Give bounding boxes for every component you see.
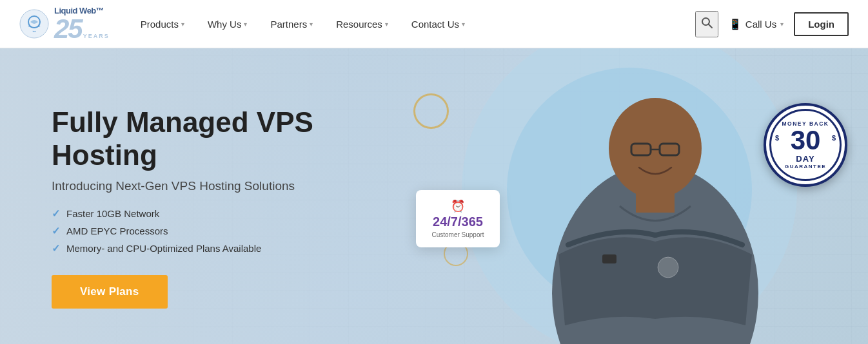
support-badge: ⏰ 24/7/365 Customer Support bbox=[416, 190, 500, 247]
support-label: Customer Support bbox=[428, 231, 488, 238]
support-247-text: 24/7/365 bbox=[428, 215, 488, 229]
chevron-down-icon: ▾ bbox=[385, 21, 388, 28]
hero-section: ⏰ 24/7/365 Customer Support MONEY BACK $… bbox=[0, 48, 868, 344]
badge-dollar-right: $ bbox=[832, 134, 836, 142]
search-button[interactable] bbox=[695, 11, 718, 37]
feature-text-2: AMD EPYC Processors bbox=[66, 225, 168, 236]
chevron-down-icon: ▾ bbox=[310, 21, 313, 28]
chevron-down-icon: ▾ bbox=[780, 21, 784, 28]
phone-icon: 📱 bbox=[729, 18, 742, 30]
hero-subtitle: Introducing Next-Gen VPS Hosting Solutio… bbox=[52, 179, 413, 193]
chevron-down-icon: ▾ bbox=[462, 21, 465, 28]
login-button[interactable]: Login bbox=[794, 12, 849, 36]
badge-30-text: 30 bbox=[791, 127, 821, 154]
feature-text-1: Faster 10GB Network bbox=[66, 208, 159, 219]
badge-day-text: DAY bbox=[796, 154, 814, 164]
svg-line-4 bbox=[708, 24, 712, 28]
svg-point-6 bbox=[609, 98, 702, 198]
view-plans-button[interactable]: View Plans bbox=[52, 275, 168, 309]
logo-years: years bbox=[83, 33, 110, 39]
svg-rect-12 bbox=[602, 254, 616, 263]
feature-item-1: ✓ Faster 10GB Network bbox=[52, 207, 413, 220]
hero-person-image bbox=[507, 55, 804, 344]
money-back-badge: MONEY BACK $ $ 30 DAY GUARANTEE bbox=[764, 103, 847, 187]
clock-icon: ⏰ bbox=[428, 199, 488, 213]
feature-item-3: ✓ Memory- and CPU-Optimized Plans Availa… bbox=[52, 242, 413, 254]
logo-icon: ™ bbox=[19, 9, 49, 39]
header-actions: 📱 Call Us ▾ Login bbox=[695, 11, 849, 37]
nav-contact-us[interactable]: Contact Us ▾ bbox=[400, 0, 477, 48]
feature-text-3: Memory- and CPU-Optimized Plans Availabl… bbox=[66, 243, 261, 254]
logo-25: 25 bbox=[54, 15, 82, 43]
svg-rect-7 bbox=[636, 187, 675, 213]
nav-why-us[interactable]: Why Us ▾ bbox=[196, 0, 259, 48]
main-nav: Products ▾ Why Us ▾ Partners ▾ Resources… bbox=[129, 0, 695, 48]
badge-dollar-left: $ bbox=[775, 134, 779, 142]
chevron-down-icon: ▾ bbox=[244, 21, 247, 28]
check-icon-3: ✓ bbox=[52, 242, 60, 254]
nav-partners[interactable]: Partners ▾ bbox=[259, 0, 324, 48]
site-header: ™ Liquid Web™ 25 years Products ▾ Why Us… bbox=[0, 0, 868, 48]
feature-item-2: ✓ AMD EPYC Processors bbox=[52, 225, 413, 237]
check-icon-1: ✓ bbox=[52, 207, 60, 220]
hero-title: Fully Managed VPS Hosting bbox=[52, 106, 413, 171]
call-us-button[interactable]: 📱 Call Us ▾ bbox=[729, 18, 784, 30]
svg-point-11 bbox=[658, 257, 678, 278]
check-icon-2: ✓ bbox=[52, 225, 60, 237]
search-icon bbox=[700, 16, 713, 29]
nav-resources[interactable]: Resources ▾ bbox=[324, 0, 400, 48]
nav-products[interactable]: Products ▾ bbox=[129, 0, 196, 48]
badge-guarantee-text: GUARANTEE bbox=[785, 164, 826, 169]
logo[interactable]: ™ Liquid Web™ 25 years bbox=[19, 6, 110, 43]
svg-text:™: ™ bbox=[32, 30, 36, 34]
decorative-ring-1 bbox=[413, 93, 449, 129]
hero-content: Fully Managed VPS Hosting Introducing Ne… bbox=[52, 106, 413, 309]
hero-features-list: ✓ Faster 10GB Network ✓ AMD EPYC Process… bbox=[52, 207, 413, 254]
chevron-down-icon: ▾ bbox=[181, 21, 184, 28]
